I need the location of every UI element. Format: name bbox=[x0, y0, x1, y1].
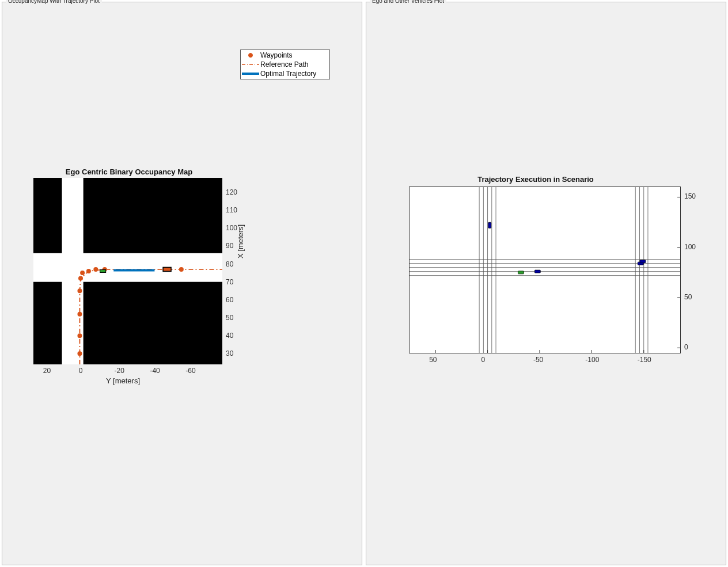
occupancy-map-plot[interactable] bbox=[33, 178, 222, 364]
svg-point-11 bbox=[78, 276, 83, 280]
scenario-plot[interactable] bbox=[409, 187, 681, 353]
right-panel: Ego and Other Vehicles Plot Trajectory E… bbox=[366, 2, 726, 565]
left-panel-title: OccupancyMap With Trajectory Plot bbox=[6, 0, 102, 4]
svg-point-16 bbox=[179, 267, 184, 272]
legend-text-waypoints: Waypoints bbox=[260, 51, 328, 59]
svg-point-0 bbox=[249, 54, 253, 58]
svg-rect-38 bbox=[488, 222, 491, 228]
svg-rect-17 bbox=[100, 270, 106, 273]
dashdot-line-icon bbox=[242, 60, 259, 69]
svg-rect-37 bbox=[640, 260, 646, 263]
legend-row-reference: Reference Path bbox=[242, 60, 328, 69]
circle-marker-icon bbox=[242, 51, 259, 59]
right-panel-title: Ego and Other Vehicles Plot bbox=[370, 0, 446, 4]
svg-point-12 bbox=[80, 271, 85, 275]
svg-point-8 bbox=[77, 333, 82, 338]
svg-point-9 bbox=[77, 312, 82, 317]
legend-row-optimal: Optimal Trajectory bbox=[242, 69, 328, 78]
left-panel: OccupancyMap With Trajectory Plot Waypoi… bbox=[2, 2, 362, 565]
svg-point-13 bbox=[86, 269, 91, 273]
legend-text-optimal: Optimal Trajectory bbox=[260, 70, 328, 78]
svg-point-7 bbox=[77, 351, 82, 356]
svg-point-10 bbox=[77, 288, 82, 293]
figure-container: OccupancyMap With Trajectory Plot Waypoi… bbox=[0, 0, 728, 567]
svg-rect-4 bbox=[33, 253, 222, 282]
chart1-ylabel: X [meters] bbox=[236, 224, 245, 258]
solid-line-icon bbox=[242, 70, 259, 78]
legend[interactable]: Waypoints Reference Path Optimal Traject… bbox=[240, 50, 330, 79]
chart1-title: Ego Centric Binary Occupancy Map bbox=[2, 168, 256, 176]
svg-rect-18 bbox=[163, 267, 171, 271]
chart2-title: Trajectory Execution in Scenario bbox=[397, 175, 674, 184]
svg-point-14 bbox=[93, 267, 98, 272]
svg-rect-35 bbox=[534, 270, 540, 273]
chart1-xlabel: Y [meters] bbox=[106, 376, 140, 385]
legend-text-reference: Reference Path bbox=[260, 60, 328, 69]
svg-rect-34 bbox=[518, 271, 524, 274]
legend-row-waypoints: Waypoints bbox=[242, 51, 328, 60]
